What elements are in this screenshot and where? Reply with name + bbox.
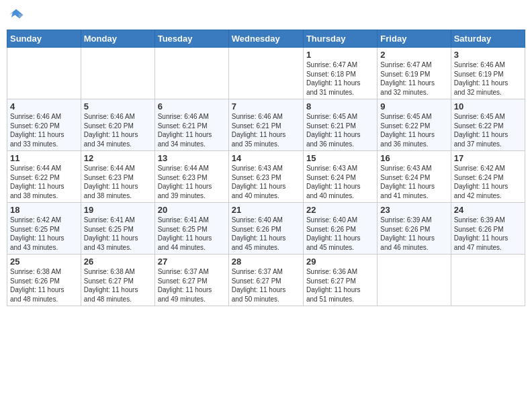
day-info: Sunrise: 6:43 AMSunset: 6:24 PMDaylight:… bbox=[306, 164, 374, 200]
day-info: Sunrise: 6:46 AMSunset: 6:21 PMDaylight:… bbox=[158, 112, 226, 148]
calendar-cell: 21Sunrise: 6:40 AMSunset: 6:26 PMDayligh… bbox=[228, 203, 303, 255]
calendar-cell: 18Sunrise: 6:42 AMSunset: 6:25 PMDayligh… bbox=[7, 203, 81, 255]
day-number: 21 bbox=[232, 205, 300, 215]
page-header bbox=[7, 7, 525, 26]
day-info: Sunrise: 6:37 AMSunset: 6:27 PMDaylight:… bbox=[232, 267, 300, 304]
day-info: Sunrise: 6:46 AMSunset: 6:21 PMDaylight:… bbox=[232, 112, 300, 148]
day-info: Sunrise: 6:47 AMSunset: 6:18 PMDaylight:… bbox=[306, 60, 374, 97]
day-number: 10 bbox=[454, 101, 522, 111]
day-info: Sunrise: 6:38 AMSunset: 6:26 PMDaylight:… bbox=[10, 267, 78, 304]
calendar-cell: 2Sunrise: 6:47 AMSunset: 6:19 PMDaylight… bbox=[378, 48, 451, 99]
calendar-cell: 17Sunrise: 6:42 AMSunset: 6:24 PMDayligh… bbox=[451, 151, 525, 203]
day-number: 1 bbox=[306, 50, 374, 60]
day-number: 29 bbox=[306, 257, 374, 267]
day-info: Sunrise: 6:37 AMSunset: 6:27 PMDaylight:… bbox=[158, 267, 226, 304]
day-number: 13 bbox=[158, 153, 226, 163]
day-header-tuesday: Tuesday bbox=[154, 30, 228, 48]
calendar-cell bbox=[228, 48, 303, 99]
day-number: 12 bbox=[84, 153, 152, 163]
day-header-saturday: Saturday bbox=[451, 30, 525, 48]
day-info: Sunrise: 6:45 AMSunset: 6:21 PMDaylight:… bbox=[306, 112, 374, 148]
calendar-cell: 23Sunrise: 6:39 AMSunset: 6:26 PMDayligh… bbox=[378, 203, 451, 255]
calendar-cell: 19Sunrise: 6:41 AMSunset: 6:25 PMDayligh… bbox=[81, 203, 154, 255]
calendar-cell: 26Sunrise: 6:38 AMSunset: 6:27 PMDayligh… bbox=[81, 255, 154, 306]
calendar-cell: 1Sunrise: 6:47 AMSunset: 6:18 PMDaylight… bbox=[303, 48, 377, 99]
day-info: Sunrise: 6:40 AMSunset: 6:26 PMDaylight:… bbox=[306, 216, 374, 252]
calendar-cell: 25Sunrise: 6:38 AMSunset: 6:26 PMDayligh… bbox=[7, 255, 81, 306]
day-number: 15 bbox=[306, 153, 374, 163]
day-number: 14 bbox=[232, 153, 300, 163]
day-number: 27 bbox=[158, 257, 226, 267]
day-number: 24 bbox=[454, 205, 522, 215]
calendar-cell: 27Sunrise: 6:37 AMSunset: 6:27 PMDayligh… bbox=[154, 255, 228, 306]
calendar-week-row: 18Sunrise: 6:42 AMSunset: 6:25 PMDayligh… bbox=[7, 203, 525, 255]
day-number: 4 bbox=[10, 101, 78, 111]
calendar-cell: 4Sunrise: 6:46 AMSunset: 6:20 PMDaylight… bbox=[7, 99, 81, 151]
day-info: Sunrise: 6:46 AMSunset: 6:20 PMDaylight:… bbox=[84, 112, 152, 148]
day-number: 8 bbox=[306, 101, 374, 111]
calendar-week-row: 4Sunrise: 6:46 AMSunset: 6:20 PMDaylight… bbox=[7, 99, 525, 151]
calendar-cell bbox=[378, 255, 451, 306]
calendar-cell: 13Sunrise: 6:44 AMSunset: 6:23 PMDayligh… bbox=[154, 151, 228, 203]
day-number: 23 bbox=[380, 205, 447, 215]
day-number: 20 bbox=[158, 205, 226, 215]
calendar-week-row: 11Sunrise: 6:44 AMSunset: 6:22 PMDayligh… bbox=[7, 151, 525, 203]
calendar-cell: 14Sunrise: 6:43 AMSunset: 6:23 PMDayligh… bbox=[228, 151, 303, 203]
day-header-sunday: Sunday bbox=[7, 30, 81, 48]
day-info: Sunrise: 6:39 AMSunset: 6:26 PMDaylight:… bbox=[380, 216, 447, 252]
day-info: Sunrise: 6:47 AMSunset: 6:19 PMDaylight:… bbox=[380, 60, 447, 97]
calendar-cell: 15Sunrise: 6:43 AMSunset: 6:24 PMDayligh… bbox=[303, 151, 377, 203]
calendar-cell bbox=[451, 255, 525, 306]
day-header-friday: Friday bbox=[378, 30, 451, 48]
day-info: Sunrise: 6:43 AMSunset: 6:24 PMDaylight:… bbox=[380, 164, 447, 200]
day-info: Sunrise: 6:45 AMSunset: 6:22 PMDaylight:… bbox=[380, 112, 447, 148]
day-number: 7 bbox=[232, 101, 300, 111]
calendar-cell: 10Sunrise: 6:45 AMSunset: 6:22 PMDayligh… bbox=[451, 99, 525, 151]
day-number: 9 bbox=[380, 101, 447, 111]
day-info: Sunrise: 6:40 AMSunset: 6:26 PMDaylight:… bbox=[232, 216, 300, 252]
calendar-cell: 3Sunrise: 6:46 AMSunset: 6:19 PMDaylight… bbox=[451, 48, 525, 99]
day-info: Sunrise: 6:44 AMSunset: 6:23 PMDaylight:… bbox=[84, 164, 152, 200]
calendar-table: SundayMondayTuesdayWednesdayThursdayFrid… bbox=[7, 30, 525, 306]
day-number: 11 bbox=[10, 153, 78, 163]
day-info: Sunrise: 6:44 AMSunset: 6:23 PMDaylight:… bbox=[158, 164, 226, 200]
logo bbox=[7, 7, 28, 26]
calendar-cell: 16Sunrise: 6:43 AMSunset: 6:24 PMDayligh… bbox=[378, 151, 451, 203]
calendar-cell: 20Sunrise: 6:41 AMSunset: 6:25 PMDayligh… bbox=[154, 203, 228, 255]
day-header-wednesday: Wednesday bbox=[228, 30, 303, 48]
calendar-cell bbox=[154, 48, 228, 99]
calendar-cell: 29Sunrise: 6:36 AMSunset: 6:27 PMDayligh… bbox=[303, 255, 377, 306]
day-number: 5 bbox=[84, 101, 152, 111]
calendar-cell: 22Sunrise: 6:40 AMSunset: 6:26 PMDayligh… bbox=[303, 203, 377, 255]
calendar-cell: 6Sunrise: 6:46 AMSunset: 6:21 PMDaylight… bbox=[154, 99, 228, 151]
calendar-cell: 5Sunrise: 6:46 AMSunset: 6:20 PMDaylight… bbox=[81, 99, 154, 151]
day-info: Sunrise: 6:43 AMSunset: 6:23 PMDaylight:… bbox=[232, 164, 300, 200]
day-number: 25 bbox=[10, 257, 78, 267]
day-info: Sunrise: 6:42 AMSunset: 6:25 PMDaylight:… bbox=[10, 216, 78, 252]
calendar-cell: 12Sunrise: 6:44 AMSunset: 6:23 PMDayligh… bbox=[81, 151, 154, 203]
day-info: Sunrise: 6:41 AMSunset: 6:25 PMDaylight:… bbox=[158, 216, 226, 252]
day-info: Sunrise: 6:46 AMSunset: 6:19 PMDaylight:… bbox=[454, 60, 522, 97]
day-number: 26 bbox=[84, 257, 152, 267]
day-info: Sunrise: 6:45 AMSunset: 6:22 PMDaylight:… bbox=[454, 112, 522, 148]
day-number: 22 bbox=[306, 205, 374, 215]
day-info: Sunrise: 6:39 AMSunset: 6:26 PMDaylight:… bbox=[454, 216, 522, 252]
calendar-cell: 7Sunrise: 6:46 AMSunset: 6:21 PMDaylight… bbox=[228, 99, 303, 151]
day-info: Sunrise: 6:41 AMSunset: 6:25 PMDaylight:… bbox=[84, 216, 152, 252]
day-number: 18 bbox=[10, 205, 78, 215]
calendar-cell bbox=[81, 48, 154, 99]
day-info: Sunrise: 6:44 AMSunset: 6:22 PMDaylight:… bbox=[10, 164, 78, 200]
day-info: Sunrise: 6:46 AMSunset: 6:20 PMDaylight:… bbox=[10, 112, 78, 148]
day-header-monday: Monday bbox=[81, 30, 154, 48]
day-header-thursday: Thursday bbox=[303, 30, 377, 48]
day-number: 16 bbox=[380, 153, 447, 163]
day-number: 19 bbox=[84, 205, 152, 215]
calendar-cell bbox=[7, 48, 81, 99]
day-info: Sunrise: 6:36 AMSunset: 6:27 PMDaylight:… bbox=[306, 267, 374, 304]
day-info: Sunrise: 6:42 AMSunset: 6:24 PMDaylight:… bbox=[454, 164, 522, 200]
calendar-cell: 11Sunrise: 6:44 AMSunset: 6:22 PMDayligh… bbox=[7, 151, 81, 203]
calendar-cell: 8Sunrise: 6:45 AMSunset: 6:21 PMDaylight… bbox=[303, 99, 377, 151]
logo-icon bbox=[7, 7, 26, 26]
calendar-header-row: SundayMondayTuesdayWednesdayThursdayFrid… bbox=[7, 30, 525, 48]
calendar-week-row: 1Sunrise: 6:47 AMSunset: 6:18 PMDaylight… bbox=[7, 48, 525, 99]
